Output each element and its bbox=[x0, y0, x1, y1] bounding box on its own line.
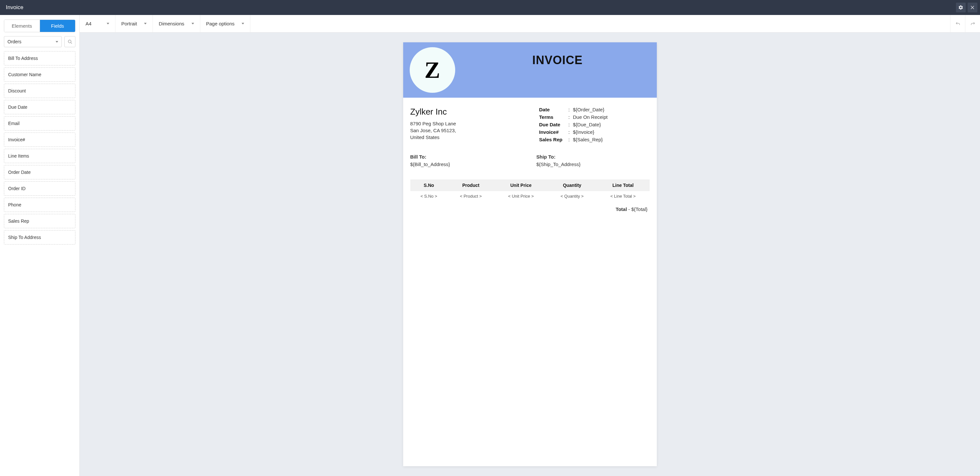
undo-icon bbox=[955, 21, 961, 27]
dimensions-label: Dimensions bbox=[159, 21, 184, 26]
module-select-value: Orders bbox=[8, 39, 21, 44]
meta-sales-rep-label: Sales Rep bbox=[539, 137, 568, 142]
bill-to-label: Bill To: bbox=[410, 154, 523, 160]
meta-terms-label: Terms bbox=[539, 114, 568, 120]
orientation-value: Portrait bbox=[121, 21, 137, 26]
page-options-dropdown[interactable]: Page options bbox=[200, 15, 251, 32]
th-unit-price: Unit Price bbox=[494, 179, 548, 191]
meta-date-label: Date bbox=[539, 107, 568, 112]
ship-to-label: Ship To: bbox=[536, 154, 650, 160]
meta-due-date-value: ${Due_Date} bbox=[573, 122, 601, 127]
search-icon bbox=[68, 39, 73, 44]
module-select[interactable]: Orders bbox=[4, 36, 62, 47]
field-item[interactable]: Sales Rep bbox=[4, 214, 75, 228]
th-sno: S.No bbox=[410, 179, 448, 191]
dimensions-dropdown[interactable]: Dimensions bbox=[153, 15, 200, 32]
meta-terms-value: Due On Receipt bbox=[573, 114, 608, 120]
chevron-down-icon bbox=[191, 23, 194, 24]
field-item[interactable]: Customer Name bbox=[4, 67, 75, 82]
field-item[interactable]: Phone bbox=[4, 198, 75, 212]
tab-fields[interactable]: Fields bbox=[40, 20, 75, 32]
total-label: Total bbox=[616, 206, 627, 212]
logo-letter: Z bbox=[424, 57, 440, 84]
field-item[interactable]: Due Date bbox=[4, 100, 75, 114]
gear-icon bbox=[958, 5, 963, 10]
company-address-line: 8790 Peg Shop Lane bbox=[410, 120, 526, 127]
document-header: Z INVOICE bbox=[403, 42, 657, 97]
field-item[interactable]: Order ID bbox=[4, 181, 75, 196]
chevron-down-icon bbox=[56, 41, 58, 43]
td-unit-price: < Unit Price > bbox=[494, 191, 548, 201]
sidebar: Elements Fields Orders Bill To Address C… bbox=[0, 15, 80, 476]
total-sep: - bbox=[627, 206, 631, 212]
meta-invoice-label: Invoice# bbox=[539, 129, 568, 135]
td-quantity: < Quantity > bbox=[547, 191, 596, 201]
th-product: Product bbox=[447, 179, 494, 191]
th-quantity: Quantity bbox=[547, 179, 596, 191]
total-row: Total - ${Total} bbox=[410, 201, 650, 212]
orientation-dropdown[interactable]: Portrait bbox=[115, 15, 153, 32]
th-line-total: Line Total bbox=[597, 179, 650, 191]
tab-elements[interactable]: Elements bbox=[4, 20, 40, 32]
field-list: Bill To Address Customer Name Discount D… bbox=[4, 51, 75, 244]
field-item[interactable]: Line Items bbox=[4, 149, 75, 163]
redo-button[interactable] bbox=[965, 15, 980, 32]
document-heading: INVOICE bbox=[465, 53, 650, 67]
svg-point-0 bbox=[68, 40, 71, 43]
company-name: Zylker Inc bbox=[410, 107, 526, 117]
chevron-down-icon bbox=[107, 23, 109, 24]
company-block: Zylker Inc 8790 Peg Shop Lane San Jose, … bbox=[410, 107, 526, 144]
ship-to-block: Ship To: ${Ship_To_Address} bbox=[536, 154, 650, 167]
canvas[interactable]: Z INVOICE Zylker Inc 8790 Peg Shop Lane … bbox=[80, 32, 980, 476]
page-options-label: Page options bbox=[206, 21, 235, 26]
table-header-row: S.No Product Unit Price Quantity Line To… bbox=[410, 179, 650, 191]
line-items-table: S.No Product Unit Price Quantity Line To… bbox=[410, 179, 650, 201]
field-search-button[interactable] bbox=[64, 36, 75, 47]
table-row: < S.No > < Product > < Unit Price > < Qu… bbox=[410, 191, 650, 201]
redo-icon bbox=[970, 21, 976, 27]
bill-to-block: Bill To: ${Bill_to_Address} bbox=[410, 154, 523, 167]
field-item[interactable]: Bill To Address bbox=[4, 51, 75, 65]
field-item[interactable]: Invoice# bbox=[4, 133, 75, 147]
chevron-down-icon bbox=[242, 23, 244, 24]
td-sno: < S.No > bbox=[410, 191, 448, 201]
meta-date-value: ${Order_Date} bbox=[573, 107, 605, 112]
sidebar-tabs: Elements Fields bbox=[4, 19, 75, 32]
field-item[interactable]: Order Date bbox=[4, 165, 75, 179]
titlebar: Invoice bbox=[0, 0, 980, 15]
td-product: < Product > bbox=[447, 191, 494, 201]
td-line-total: < Line Total > bbox=[597, 191, 650, 201]
document-page[interactable]: Z INVOICE Zylker Inc 8790 Peg Shop Lane … bbox=[403, 42, 657, 466]
content: A4 Portrait Dimensions Page options bbox=[80, 15, 980, 476]
page-title: Invoice bbox=[6, 4, 24, 11]
logo: Z bbox=[410, 47, 455, 93]
toolbar: A4 Portrait Dimensions Page options bbox=[80, 15, 980, 32]
paper-size-value: A4 bbox=[86, 21, 91, 26]
meta-sales-rep-value: ${Sales_Rep} bbox=[573, 137, 603, 142]
field-item[interactable]: Email bbox=[4, 116, 75, 131]
bill-to-value: ${Bill_to_Address} bbox=[410, 161, 523, 167]
settings-button[interactable] bbox=[956, 3, 966, 12]
field-item[interactable]: Ship To Address bbox=[4, 230, 75, 244]
undo-button[interactable] bbox=[950, 15, 965, 32]
meta-block: Date:${Order_Date} Terms:Due On Receipt … bbox=[539, 107, 650, 144]
chevron-down-icon bbox=[144, 23, 146, 24]
total-value: ${Total} bbox=[631, 206, 648, 212]
meta-invoice-value: ${Invoice} bbox=[573, 129, 594, 135]
close-button[interactable] bbox=[968, 3, 977, 12]
company-address-line: San Jose, CA 95123, bbox=[410, 127, 526, 134]
svg-line-1 bbox=[70, 42, 72, 44]
ship-to-value: ${Ship_To_Address} bbox=[536, 161, 650, 167]
field-item[interactable]: Discount bbox=[4, 84, 75, 98]
meta-due-date-label: Due Date bbox=[539, 122, 568, 127]
close-icon bbox=[970, 5, 975, 10]
company-address-line: United States bbox=[410, 134, 526, 141]
paper-size-dropdown[interactable]: A4 bbox=[80, 15, 115, 32]
